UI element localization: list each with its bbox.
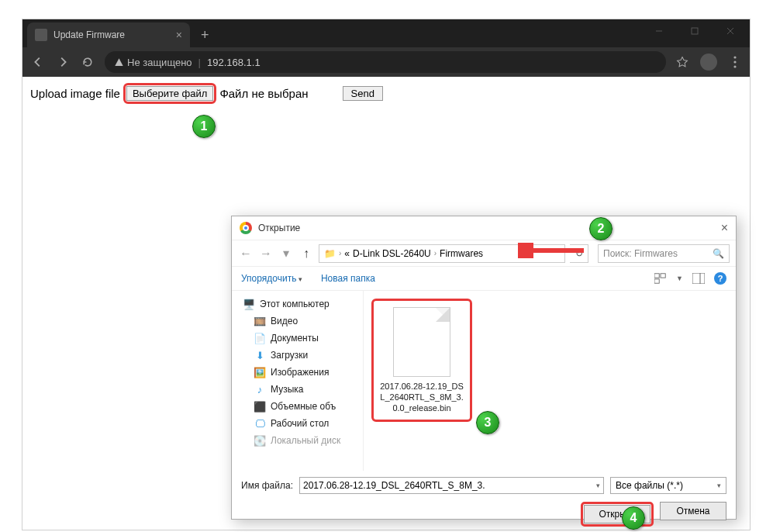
- file-item[interactable]: 2017.06.28-12.19_DSL_2640RTL_S_8M_3.0.0_…: [380, 307, 464, 413]
- menu-icon[interactable]: [728, 55, 742, 69]
- url-text: 192.168.1.1: [207, 57, 261, 68]
- dialog-titlebar: Открытие ×: [232, 216, 736, 240]
- new-tab-button[interactable]: +: [190, 22, 220, 47]
- upload-label: Upload image file: [30, 87, 120, 100]
- sidebar-label: Локальный диск: [271, 435, 340, 446]
- sidebar-item-documents[interactable]: 📄Документы: [232, 330, 363, 347]
- reload-button[interactable]: [80, 54, 95, 70]
- address-bar: Не защищено | 192.168.1.1: [22, 47, 750, 77]
- disk-icon: 💽: [254, 434, 266, 447]
- maximize-button[interactable]: [677, 19, 713, 43]
- sidebar-label: Этот компьютер: [260, 299, 330, 309]
- tab-close-icon[interactable]: ×: [160, 29, 182, 41]
- sidebar-label: Изображения: [271, 367, 329, 378]
- minimize-button[interactable]: [641, 19, 677, 43]
- new-folder-button[interactable]: Новая папка: [321, 273, 375, 284]
- browser-tab[interactable]: Update Firmware ×: [27, 22, 190, 47]
- chevron-icon: ›: [434, 249, 437, 257]
- chrome-icon: [240, 222, 252, 234]
- sidebar-label: Объемные объ: [271, 401, 336, 412]
- dialog-body: 🖥️Этот компьютер 🎞️Видео 📄Документы ⬇Заг…: [232, 291, 736, 471]
- choose-file-highlight: Выберите файл: [123, 83, 216, 104]
- nav-up-icon[interactable]: ↑: [299, 246, 314, 261]
- sidebar-label: Музыка: [271, 384, 303, 395]
- toolbar-right: [675, 54, 742, 71]
- filetype-select[interactable]: Все файлы (*.*) ▾: [610, 477, 726, 494]
- filename-value: 2017.06.28-12.19_DSL_2640RTL_S_8M_3.: [303, 480, 485, 491]
- profile-avatar[interactable]: [700, 54, 717, 71]
- nav-recent-icon[interactable]: ▾: [278, 246, 294, 261]
- view-icon[interactable]: [654, 273, 667, 284]
- warning-icon: [114, 57, 124, 67]
- sidebar-item-pictures[interactable]: 🖼️Изображения: [232, 364, 363, 381]
- desktop-icon: 🖵: [254, 417, 266, 430]
- dialog-close-button[interactable]: ×: [721, 221, 728, 235]
- security-warning: Не защищено: [114, 57, 192, 68]
- tab-title: Update Firmware: [53, 29, 125, 40]
- breadcrumb-parent[interactable]: D-Link DSL-2640U: [353, 248, 431, 259]
- sidebar-item-downloads[interactable]: ⬇Загрузки: [232, 347, 363, 364]
- folder-icon: 📁: [324, 248, 336, 259]
- sidebar-item-local-disk[interactable]: 💽Локальный диск: [232, 432, 363, 449]
- svg-rect-9: [654, 279, 659, 283]
- close-button[interactable]: [713, 19, 748, 43]
- sidebar-item-videos[interactable]: 🎞️Видео: [232, 313, 363, 330]
- dropdown-icon[interactable]: ▾: [717, 482, 721, 489]
- breadcrumb-current[interactable]: Firmwares: [440, 248, 483, 259]
- search-field[interactable]: Поиск: Firmwares 🔍: [598, 244, 730, 263]
- file-open-dialog: Открытие × ← → ▾ ↑ 📁 › « D-Link DSL-2640…: [231, 216, 737, 520]
- file-name: 2017.06.28-12.19_DSL_2640RTL_S_8M_3.0.0_…: [380, 382, 464, 413]
- filetype-label: Все файлы (*.*): [616, 480, 683, 491]
- sidebar-item-music[interactable]: ♪Музыка: [232, 381, 363, 398]
- sidebar-label: Рабочий стол: [271, 418, 329, 429]
- svg-rect-7: [654, 274, 659, 278]
- no-file-text: Файл не выбран: [219, 87, 308, 100]
- music-icon: ♪: [254, 383, 266, 396]
- picture-icon: 🖼️: [254, 366, 266, 378]
- page-content: Upload image file Выберите файл Файл не …: [22, 77, 750, 110]
- dialog-title: Открытие: [258, 223, 300, 233]
- file-area[interactable]: 2017.06.28-12.19_DSL_2640RTL_S_8M_3.0.0_…: [364, 291, 736, 471]
- svg-rect-8: [661, 274, 665, 278]
- nav-back-icon[interactable]: ←: [238, 246, 254, 261]
- preview-pane-icon[interactable]: [692, 273, 705, 284]
- sidebar-label: Видео: [271, 316, 298, 326]
- address-field[interactable]: Не защищено | 192.168.1.1: [105, 51, 666, 73]
- file-highlight: 2017.06.28-12.19_DSL_2640RTL_S_8M_3.0.0_…: [371, 299, 472, 422]
- sidebar-item-this-pc[interactable]: 🖥️Этот компьютер: [232, 295, 363, 313]
- svg-point-5: [733, 60, 736, 63]
- search-icon: 🔍: [713, 248, 724, 259]
- star-icon[interactable]: [675, 55, 689, 69]
- send-button[interactable]: Send: [343, 86, 383, 101]
- back-button[interactable]: [30, 54, 46, 70]
- nav-forward-icon[interactable]: →: [258, 246, 274, 261]
- cube-icon: ⬛: [254, 400, 266, 413]
- dropdown-icon[interactable]: ▾: [596, 482, 600, 489]
- download-icon: ⬇: [254, 349, 266, 361]
- cancel-button[interactable]: Отмена: [660, 502, 726, 520]
- sidebar-item-desktop[interactable]: 🖵Рабочий стол: [232, 415, 363, 432]
- choose-file-button[interactable]: Выберите файл: [126, 86, 213, 101]
- dialog-nav: ← → ▾ ↑ 📁 › « D-Link DSL-2640U › Firmwar…: [232, 240, 736, 266]
- pc-icon: 🖥️: [243, 298, 255, 310]
- video-icon: 🎞️: [254, 315, 266, 327]
- search-placeholder: Поиск: Firmwares: [603, 248, 678, 259]
- annotation-arrow: [518, 243, 588, 258]
- sidebar-label: Документы: [271, 333, 319, 344]
- help-icon[interactable]: ?: [714, 272, 726, 285]
- filename-label: Имя файла:: [241, 480, 293, 491]
- forward-button[interactable]: [55, 54, 71, 70]
- svg-point-4: [733, 56, 736, 58]
- filename-input[interactable]: 2017.06.28-12.19_DSL_2640RTL_S_8M_3. ▾: [299, 477, 604, 494]
- organize-menu[interactable]: Упорядочить: [241, 273, 302, 284]
- favicon-icon: [35, 29, 47, 41]
- breadcrumb-prefix: «: [344, 248, 350, 259]
- security-label: Не защищено: [127, 57, 192, 68]
- dialog-toolbar: Упорядочить Новая папка ▼ ?: [232, 266, 736, 291]
- sidebar-label: Загрузки: [271, 350, 308, 361]
- sidebar-item-3d-objects[interactable]: ⬛Объемные объ: [232, 398, 363, 415]
- view-dropdown-icon[interactable]: ▼: [676, 275, 683, 282]
- file-thumbnail-icon: [393, 307, 450, 377]
- svg-rect-10: [692, 273, 705, 284]
- sidebar: 🖥️Этот компьютер 🎞️Видео 📄Документы ⬇Заг…: [232, 291, 364, 471]
